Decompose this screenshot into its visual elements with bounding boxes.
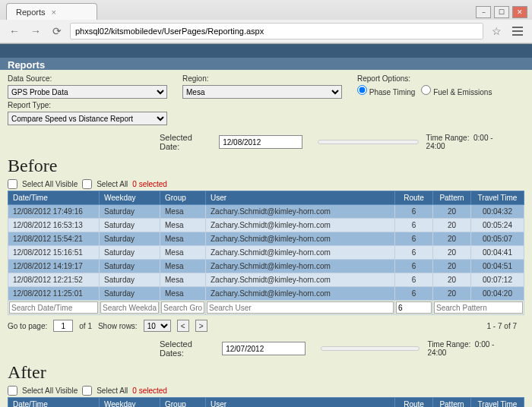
back-icon[interactable]: ←	[6, 23, 23, 39]
data-source-select[interactable]: GPS Probe Data	[8, 85, 167, 99]
browser-chrome: Reports × － ☐ ✕ ← → ⟳ ☆	[0, 0, 532, 44]
table-row[interactable]: 12/08/2012 11:25:01SaturdayMesaZachary.S…	[8, 287, 524, 301]
goto-label: Go to page:	[8, 322, 47, 330]
col-datetime[interactable]: Date/Time	[8, 398, 100, 408]
col-group[interactable]: Group	[160, 191, 206, 205]
col-datetime[interactable]: Date/Time	[8, 191, 100, 205]
after-title: After	[0, 361, 532, 384]
pager-count: 1 - 7 of 7	[487, 322, 517, 330]
col-weekday[interactable]: Weekday	[100, 398, 160, 408]
col-group[interactable]: Group	[160, 398, 206, 408]
col-user[interactable]: User	[206, 191, 395, 205]
fuel-emissions-radio[interactable]: Fuel & Emissions	[421, 85, 492, 96]
before-title: Before	[0, 154, 532, 178]
tab-title: Reports	[16, 8, 46, 17]
search-row	[8, 301, 524, 315]
table-row[interactable]: 12/08/2012 14:19:17SaturdayMesaZachary.S…	[8, 260, 524, 273]
region-label: Region:	[182, 74, 342, 83]
table-row[interactable]: 12/08/2012 12:21:52SaturdayMesaZachary.S…	[8, 273, 524, 287]
report-type-select[interactable]: Compare Speed vs Distance Report	[8, 112, 167, 125]
col-route[interactable]: Route	[395, 398, 433, 408]
search-pattern[interactable]	[434, 301, 523, 314]
selected-count: 0 selected	[132, 180, 167, 188]
col-traveltime[interactable]: Travel Time	[471, 191, 524, 205]
search-weekday[interactable]	[100, 301, 159, 314]
showrows-label: Show rows:	[98, 322, 138, 330]
browser-tab[interactable]: Reports ×	[6, 3, 97, 20]
bookmark-icon[interactable]: ☆	[488, 23, 505, 39]
selected-count: 0 selected	[132, 386, 167, 395]
time-slider[interactable]	[318, 140, 418, 144]
maximize-button[interactable]: ☐	[494, 6, 509, 18]
phase-timing-radio[interactable]: Phase Timing	[357, 85, 415, 96]
header-band	[0, 44, 532, 58]
time-range: Time Range: 0:00 - 24:00	[427, 340, 509, 357]
report-options-label: Report Options:	[357, 74, 492, 83]
col-user[interactable]: User	[206, 398, 395, 408]
before-date-input[interactable]	[219, 135, 302, 149]
region-select[interactable]: Mesa	[182, 85, 342, 99]
page-of: of 1	[79, 322, 92, 330]
before-table: Date/Time Weekday Group User Route Patte…	[8, 191, 524, 315]
next-page-button[interactable]: >	[195, 320, 207, 332]
data-source-label: Data Source:	[8, 74, 167, 83]
time-range: Time Range: 0:00 - 24:00	[426, 134, 509, 150]
selected-date-label: Selected Date:	[160, 133, 211, 151]
col-traveltime[interactable]: Travel Time	[471, 398, 524, 408]
search-user[interactable]	[207, 301, 394, 314]
col-weekday[interactable]: Weekday	[100, 191, 160, 205]
col-pattern[interactable]: Pattern	[433, 191, 471, 205]
search-route[interactable]	[396, 301, 432, 314]
after-date-input[interactable]	[222, 342, 306, 355]
table-row[interactable]: 12/08/2012 17:49:16SaturdayMesaZachary.S…	[8, 205, 524, 219]
page-title: Reports	[0, 58, 532, 70]
rows-select[interactable]: 10	[144, 320, 171, 332]
page-input[interactable]	[53, 320, 73, 332]
search-datetime[interactable]	[9, 301, 98, 314]
select-all-visible-checkbox[interactable]	[8, 179, 17, 189]
reload-icon[interactable]: ⟳	[49, 23, 65, 39]
col-route[interactable]: Route	[395, 191, 433, 205]
col-pattern[interactable]: Pattern	[433, 398, 471, 408]
report-type-label: Report Type:	[8, 101, 167, 109]
window-close-button[interactable]: ✕	[512, 6, 527, 18]
after-table: Date/Time Weekday Group User Route Patte…	[8, 397, 524, 407]
table-row[interactable]: 12/08/2012 16:53:13SaturdayMesaZachary.S…	[8, 219, 524, 232]
table-row[interactable]: 12/08/2012 15:16:51SaturdayMesaZachary.S…	[8, 246, 524, 260]
selected-dates-label: Selected Dates:	[160, 339, 214, 358]
select-all-checkbox[interactable]	[82, 386, 92, 396]
select-all-visible-checkbox[interactable]	[8, 386, 17, 396]
close-icon[interactable]: ×	[52, 8, 56, 17]
table-row[interactable]: 12/08/2012 15:54:21SaturdayMesaZachary.S…	[8, 232, 524, 246]
time-slider[interactable]	[321, 346, 420, 351]
search-group[interactable]	[161, 301, 204, 314]
select-all-checkbox[interactable]	[82, 179, 92, 189]
forward-icon[interactable]: →	[27, 23, 44, 39]
address-input[interactable]	[70, 23, 483, 39]
prev-page-button[interactable]: <	[177, 320, 189, 332]
minimize-button[interactable]: －	[476, 6, 491, 18]
menu-icon[interactable]	[509, 23, 526, 39]
